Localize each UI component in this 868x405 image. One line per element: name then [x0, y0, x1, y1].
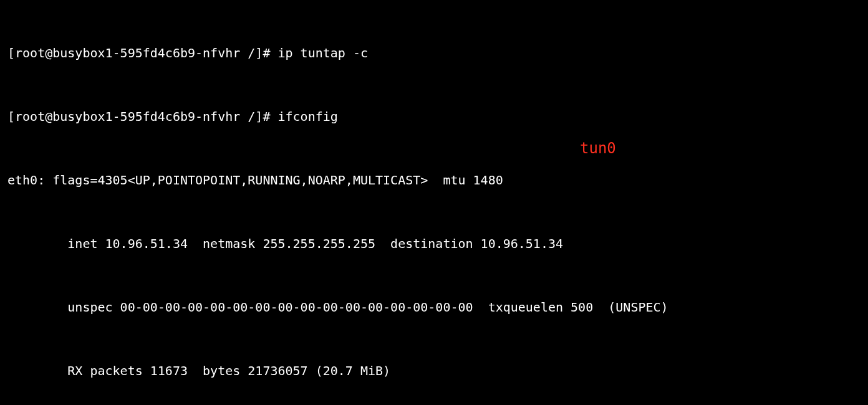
output-line: RX packets 11673 bytes 21736057 (20.7 Mi…: [7, 360, 861, 381]
annotation-label: tun0: [580, 136, 616, 161]
output-line: unspec 00-00-00-00-00-00-00-00-00-00-00-…: [7, 297, 861, 318]
prompt-line: [root@busybox1-595fd4c6b9-nfvhr /]# ifco…: [7, 106, 861, 127]
terminal-output[interactable]: [root@busybox1-595fd4c6b9-nfvhr /]# ip t…: [0, 0, 868, 405]
output-line: eth0: flags=4305<UP,POINTOPOINT,RUNNING,…: [7, 169, 861, 191]
output-line: inet 10.96.51.34 netmask 255.255.255.255…: [7, 233, 861, 254]
output-line: [root@busybox1-595fd4c6b9-nfvhr /]# ip t…: [7, 42, 861, 64]
